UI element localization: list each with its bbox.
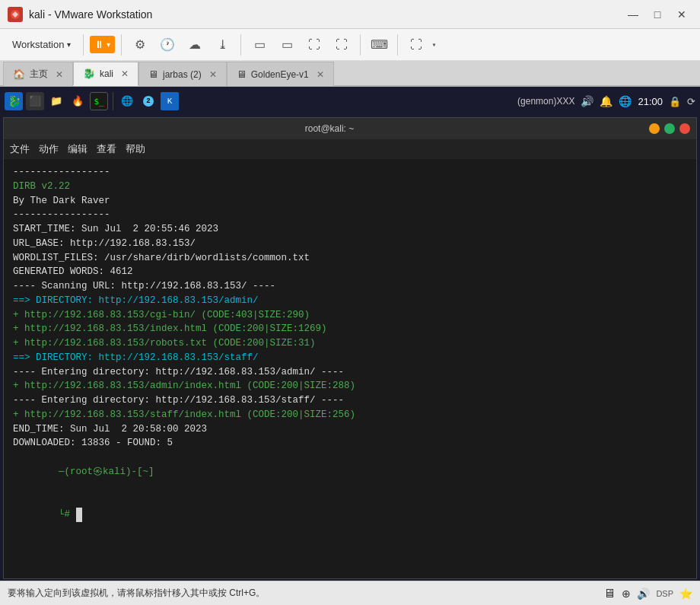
network-status-icon: ⊕: [622, 587, 631, 600]
term-line-4: -----------------: [13, 208, 687, 222]
goldeneye-tab-label: GoldenEye-v1: [251, 69, 309, 80]
jarbas-tab-icon: 🖥: [148, 68, 158, 80]
toolbar-separator-2: [121, 34, 122, 56]
maximize-button[interactable]: □: [647, 6, 668, 23]
chevron-down-icon: ▾: [67, 40, 71, 49]
workstation-label: Workstation: [12, 39, 64, 50]
dsp-label: DSP: [656, 589, 673, 598]
files-icon[interactable]: 📁: [47, 92, 65, 110]
terminal-close[interactable]: [679, 123, 690, 134]
speaker-icon: 🔊: [581, 95, 593, 107]
term-line-3: By The Dark Raver: [13, 194, 687, 209]
kali-tab-close[interactable]: ✕: [121, 68, 129, 79]
terminal-icon[interactable]: ⬛: [26, 92, 44, 110]
status-right: 🖥 ⊕ 🔊 DSP ⭐: [603, 587, 692, 600]
terminal-maximize[interactable]: [664, 123, 675, 134]
terminal-prompt-line: ─(root㉿kali)-[~]: [13, 451, 687, 493]
notification-icon[interactable]: 2: [139, 92, 158, 110]
kali-menu-icon[interactable]: K: [161, 92, 179, 110]
term-line-7: URL_BASE: http://192.168.83.153/: [13, 237, 687, 251]
term-line-15: + http://192.168.83.153/cgi-bin/ (CODE:4…: [13, 308, 687, 323]
fullscreen-button[interactable]: ⛶: [404, 33, 428, 57]
vm-area[interactable]: 🐉 ⬛ 📁 🔥 $_ 🌐 2 K (genmon)XXX 🔊 🔔 🌐 21:00…: [0, 87, 700, 581]
minimize-button[interactable]: —: [622, 6, 644, 23]
term-line-18: ==> DIRECTORY: http://192.168.83.153/sta…: [13, 351, 687, 365]
terminal-menu-bar: 文件 动作 编辑 查看 帮助: [4, 139, 696, 159]
tab-jarbas[interactable]: 🖥 jarbas (2) ✕: [138, 62, 227, 86]
tab-kali[interactable]: 🐉 kali ✕: [73, 62, 138, 86]
taskbar-separator: [113, 92, 113, 110]
term-line-21: + http://192.168.83.153/admin/index.html…: [13, 379, 687, 393]
status-message: 要将输入定向到该虚拟机，请将鼠标指针移入其中或按 Ctrl+G。: [8, 587, 265, 600]
pause-icon: ⏸: [94, 39, 104, 50]
menu-view[interactable]: 查看: [97, 142, 116, 156]
prompt-symbol: └#: [59, 509, 76, 520]
keyboard-button[interactable]: ⌨: [367, 33, 391, 57]
view-btn-4[interactable]: ⛶: [329, 33, 354, 57]
terminal-minimize[interactable]: [649, 123, 660, 134]
network-icon: 🌐: [619, 95, 632, 107]
browser-icon[interactable]: 🔥: [68, 92, 87, 110]
jarbas-tab-close[interactable]: ✕: [209, 69, 217, 80]
snapshot-button[interactable]: 🕐: [155, 33, 180, 57]
term-line-20: ---- Entering directory: http://192.168.…: [13, 365, 687, 380]
vm-icon: 🖥: [603, 587, 616, 600]
prompt-user: ─(root㉿kali)-[~]: [59, 466, 154, 477]
view-btn-1[interactable]: ▭: [247, 33, 272, 57]
taskbar-right: (genmon)XXX 🔊 🔔 🌐 21:00 🔒 ⟳: [517, 95, 695, 107]
clock: 21:00: [638, 96, 663, 107]
term-line-11: GENERATED WORDS: 4612: [13, 265, 687, 279]
workstation-menu[interactable]: Workstation ▾: [6, 36, 77, 53]
cloud-button[interactable]: ☁: [183, 33, 207, 57]
terminal-input-line: └#: [13, 493, 687, 536]
toolbar-separator-4: [360, 34, 361, 56]
kali-tab-label: kali: [100, 68, 113, 79]
home-tab-icon: 🏠: [13, 68, 25, 80]
goldeneye-tab-close[interactable]: ✕: [317, 69, 324, 80]
power-icon: ⟳: [687, 96, 695, 107]
menu-help[interactable]: 帮助: [126, 142, 145, 156]
toolbar-separator-3: [240, 34, 241, 56]
kali-taskbar: 🐉 ⬛ 📁 🔥 $_ 🌐 2 K (genmon)XXX 🔊 🔔 🌐 21:00…: [0, 87, 700, 116]
term-line-24: + http://192.168.83.153/staff/index.html…: [13, 408, 687, 422]
download-button[interactable]: ⤓: [210, 33, 234, 57]
toolbar: Workstation ▾ ⏸ ▾ ⚙ 🕐 ☁ ⤓ ▭ ▭ ⛶ ⛶ ⌨ ⛶ ▾: [0, 29, 700, 61]
term-line-17: + http://192.168.83.153/robots.txt (CODE…: [13, 336, 687, 351]
audio-icon: 🔊: [637, 587, 650, 600]
tabs-bar: 🏠 主页 ✕ 🐉 kali ✕ 🖥 jarbas (2) ✕ 🖥 GoldenE…: [0, 61, 700, 87]
menu-action[interactable]: 动作: [39, 142, 59, 156]
pause-button[interactable]: ⏸ ▾: [90, 36, 115, 53]
tab-home[interactable]: 🏠 主页 ✕: [3, 62, 73, 86]
bell-icon: 🔔: [600, 95, 612, 107]
window-controls: — □ ✕: [622, 6, 692, 23]
term-line-27: END_TIME: Sun Jul 2 20:58:00 2023: [13, 422, 687, 437]
term-line-16: + http://192.168.83.153/index.html (CODE…: [13, 322, 687, 336]
star-icon: ⭐: [679, 587, 692, 600]
terminal-window[interactable]: root@kali: ~ 文件 动作 编辑 查看 帮助 ------------…: [3, 117, 697, 579]
firefox-icon[interactable]: 🌐: [118, 92, 136, 110]
lock-icon: 🔒: [669, 96, 681, 107]
term-line-2: DIRB v2.22: [13, 180, 687, 194]
terminal-content[interactable]: ----------------- DIRB v2.22 By The Dark…: [4, 159, 696, 578]
fullscreen-chevron-icon: ▾: [431, 40, 436, 49]
terminal-title: root@kali: ~: [305, 123, 355, 134]
pause-chevron-icon: ▾: [107, 40, 110, 49]
home-tab-close[interactable]: ✕: [56, 69, 63, 80]
menu-edit[interactable]: 编辑: [68, 142, 88, 156]
terminal2-icon[interactable]: $_: [90, 92, 108, 110]
term-line-14: ==> DIRECTORY: http://192.168.83.153/adm…: [13, 294, 687, 308]
term-line-13: ---- Scanning URL: http://192.168.83.153…: [13, 279, 687, 294]
menu-file[interactable]: 文件: [10, 142, 30, 156]
tab-goldeneye[interactable]: 🖥 GoldenEye-v1 ✕: [227, 62, 334, 86]
vm-settings-button[interactable]: ⚙: [128, 33, 152, 57]
kali-dragon-icon[interactable]: 🐉: [5, 92, 23, 110]
window-title: kali - VMware Workstation: [29, 8, 152, 21]
term-line-23: ---- Entering directory: http://192.168.…: [13, 393, 687, 408]
term-line-6: START_TIME: Sun Jul 2 20:55:46 2023: [13, 222, 687, 237]
view-btn-3[interactable]: ⛶: [302, 33, 326, 57]
status-bar: 要将输入定向到该虚拟机，请将鼠标指针移入其中或按 Ctrl+G。 🖥 ⊕ 🔊 D…: [0, 581, 700, 605]
view-btn-2[interactable]: ▭: [275, 33, 299, 57]
term-line-8: WORDLIST_FILES: /usr/share/dirb/wordlist…: [13, 251, 687, 266]
app-icon: [8, 7, 23, 22]
close-button[interactable]: ✕: [671, 6, 692, 23]
